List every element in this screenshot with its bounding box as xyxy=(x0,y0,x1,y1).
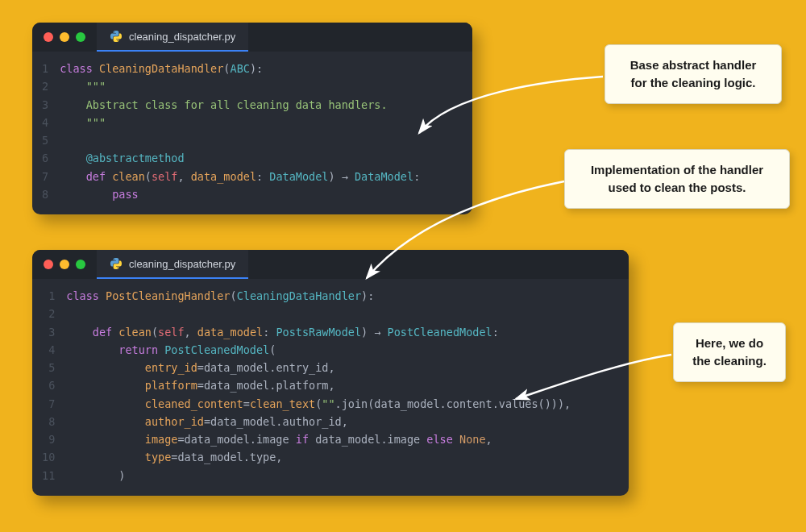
close-icon[interactable] xyxy=(44,32,53,42)
callout-text-line: used to clean the posts. xyxy=(580,179,775,197)
python-icon xyxy=(110,257,123,270)
tab-filename: cleaning_dispatcher.py xyxy=(129,31,235,43)
code-content: class PostCleaningHandler(CleaningDataHa… xyxy=(66,287,571,484)
callout-base-handler: Base abstract handler for the cleaning l… xyxy=(604,44,782,104)
callout-text-line: Implementation of the handler xyxy=(580,161,775,179)
callout-text-line: Base abstract handler xyxy=(620,56,767,74)
code-editor-window-1: cleaning_dispatcher.py 1 2 3 4 5 6 7 8 c… xyxy=(32,23,472,214)
maximize-icon[interactable] xyxy=(76,260,85,269)
minimize-icon[interactable] xyxy=(60,32,69,42)
minimize-icon[interactable] xyxy=(60,260,69,269)
line-gutter: 1 2 3 4 5 6 7 8 9 10 11 xyxy=(32,287,66,484)
callout-implementation: Implementation of the handler used to cl… xyxy=(564,149,790,209)
python-icon xyxy=(110,30,123,43)
file-tab[interactable]: cleaning_dispatcher.py xyxy=(97,23,248,52)
code-area[interactable]: 1 2 3 4 5 6 7 8 9 10 11 class PostCleani… xyxy=(32,279,629,496)
code-editor-window-2: cleaning_dispatcher.py 1 2 3 4 5 6 7 8 9… xyxy=(32,250,629,496)
close-icon[interactable] xyxy=(44,260,53,269)
titlebar: cleaning_dispatcher.py xyxy=(32,23,472,52)
titlebar: cleaning_dispatcher.py xyxy=(32,250,629,279)
callout-text-line: for the cleaning logic. xyxy=(620,74,767,92)
tab-bar-fill xyxy=(248,250,629,279)
line-gutter: 1 2 3 4 5 6 7 8 xyxy=(32,60,60,203)
tab-filename: cleaning_dispatcher.py xyxy=(129,258,235,270)
tab-bar-fill xyxy=(248,23,472,52)
code-area[interactable]: 1 2 3 4 5 6 7 8 class CleaningDataHandle… xyxy=(32,52,472,214)
callout-cleaning: Here, we do the cleaning. xyxy=(673,322,786,382)
callout-text-line: the cleaning. xyxy=(688,352,771,370)
window-controls xyxy=(32,23,97,52)
maximize-icon[interactable] xyxy=(76,32,85,42)
callout-text-line: Here, we do xyxy=(688,335,771,352)
window-controls xyxy=(32,250,97,279)
code-content: class CleaningDataHandler(ABC): """ Abst… xyxy=(60,60,420,203)
file-tab[interactable]: cleaning_dispatcher.py xyxy=(97,250,248,279)
